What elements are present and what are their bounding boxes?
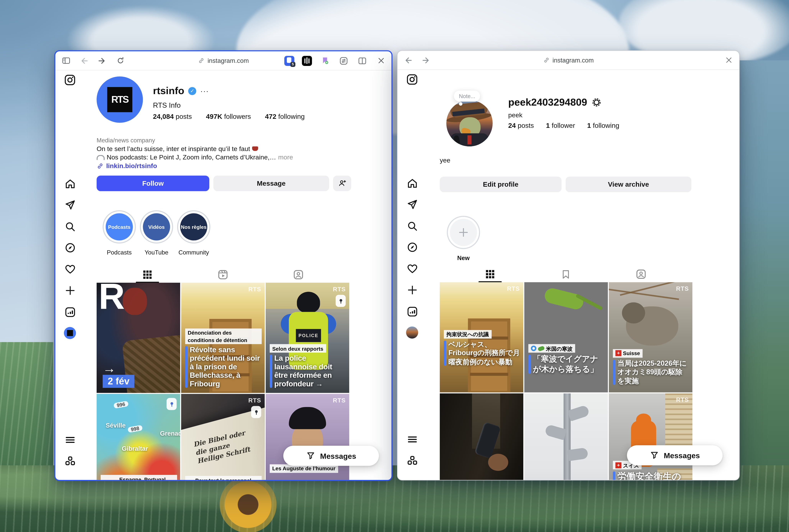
create-plus-icon[interactable] <box>406 283 419 296</box>
tab-tagged[interactable] <box>292 268 305 281</box>
profile-avatar[interactable] <box>63 326 76 340</box>
tune-settings-icon[interactable] <box>338 55 349 66</box>
address-bar[interactable]: instagram.com <box>543 57 594 64</box>
plus-icon <box>457 226 470 239</box>
post-tile[interactable]: Die Bibel oder die ganze Heilige Schrift… <box>181 394 265 481</box>
messenger-icon[interactable] <box>63 198 76 211</box>
bio-line: Nos podcasts: Le Point J, Zoom info, Car… <box>97 153 293 161</box>
post-tag: Espagne, Portugal, Maroc <box>101 475 177 481</box>
messages-pill[interactable]: Messages <box>627 445 723 465</box>
search-icon[interactable] <box>406 220 419 232</box>
post-tile[interactable]: RTS 拘束状況への抗議 ベルシャス、Fribourgの刑務所で月曜夜前例のない… <box>440 282 523 393</box>
display-name: RTS Info <box>153 101 181 109</box>
address-bar[interactable]: instagram.com <box>198 57 249 64</box>
highlight-community[interactable]: Nos règles Community <box>177 210 210 243</box>
stat-followers[interactable]: 1 follower <box>546 122 575 129</box>
extension-icon-blue[interactable]: 5 <box>284 56 295 66</box>
home-icon[interactable] <box>406 176 419 190</box>
meta-also-from-icon[interactable] <box>63 454 76 467</box>
tab-posts-grid[interactable] <box>484 268 497 281</box>
post-tile[interactable]: POLICE RTS Selon deux rapports La police… <box>266 283 349 393</box>
rts-watermark: RTS <box>248 397 261 404</box>
post-headline: La police lausannoise doit être réformée… <box>270 354 346 388</box>
notifications-heart-icon[interactable] <box>406 262 419 275</box>
more-menu-icon[interactable] <box>406 433 419 446</box>
post-tile[interactable]: 米国の寒波 「寒波でイグアナが木から落ちる」 <box>524 282 608 393</box>
post-tile[interactable]: RTS +Suisse 当局は2025-2026年にオオカミ89頭の駆除を実施 <box>609 282 692 393</box>
forward-icon[interactable] <box>421 55 432 66</box>
insights-chart-icon[interactable] <box>406 305 419 318</box>
follow-button[interactable]: Follow <box>97 175 209 191</box>
stat-following[interactable]: 472 following <box>265 113 305 120</box>
messages-pill[interactable]: Messages <box>283 446 379 466</box>
arrow-overlay: → <box>103 361 116 376</box>
add-user-button[interactable] <box>333 175 351 191</box>
post-tile[interactable]: RTS Dénonciation des conditions de déten… <box>181 283 265 393</box>
verified-badge-icon: ✓ <box>188 87 196 95</box>
edit-profile-button[interactable]: Edit profile <box>440 176 562 192</box>
post-headline: 「寒波でイグアナが木から落ちる」 <box>528 354 605 374</box>
instagram-logo-icon[interactable] <box>406 73 419 86</box>
profile-stats: 24,084 posts 497K followers 472 followin… <box>153 113 305 120</box>
rts-logo-letter: R <box>99 283 125 317</box>
profile-avatar[interactable] <box>406 326 419 339</box>
close-icon[interactable] <box>375 55 387 66</box>
username[interactable]: peek2403294809 <box>508 97 587 108</box>
profile-stats: 24 posts 1 follower 1 following <box>508 122 619 129</box>
bio-more-link[interactable]: more <box>278 153 293 161</box>
messages-funnel-icon <box>650 451 659 460</box>
bio-link[interactable]: linkin.bio/rtsinfo <box>97 162 157 169</box>
post-tile[interactable]: RTS +スイス 労働安全衛生の保護は強化され <box>609 394 692 480</box>
bookmark-extension-icon[interactable] <box>320 55 331 66</box>
settings-gear-icon[interactable] <box>591 97 602 108</box>
notifications-heart-icon[interactable] <box>63 263 76 276</box>
close-icon[interactable] <box>723 55 734 66</box>
post-tile[interactable]: RTS Les Auguste de l’humour <box>266 394 349 481</box>
back-icon[interactable] <box>79 55 90 66</box>
tab-posts-grid[interactable] <box>141 268 154 281</box>
message-button[interactable]: Message <box>213 175 329 191</box>
tab-saved[interactable] <box>559 268 572 281</box>
pressure-label: 996 <box>113 401 128 409</box>
reload-icon[interactable] <box>115 55 126 66</box>
username[interactable]: rtsinfo <box>153 85 184 97</box>
extension-icon-black[interactable] <box>302 56 312 66</box>
messenger-icon[interactable] <box>406 198 419 211</box>
highlight-new[interactable]: New <box>447 216 480 249</box>
create-plus-icon[interactable] <box>63 284 76 297</box>
post-tile[interactable]: R → 2 fév <box>97 283 180 393</box>
search-icon[interactable] <box>63 220 76 233</box>
split-view-icon[interactable] <box>357 55 368 66</box>
rts-watermark: RTS <box>248 286 261 293</box>
tab-reels[interactable] <box>217 268 229 281</box>
messages-funnel-icon <box>306 451 316 460</box>
post-tile[interactable] <box>524 394 608 480</box>
meta-also-from-icon[interactable] <box>406 454 419 467</box>
explore-compass-icon[interactable] <box>406 241 419 253</box>
more-menu-icon[interactable] <box>63 433 76 446</box>
profile-photo[interactable]: RTS <box>97 76 143 123</box>
post-tile[interactable]: +過激化対策 <box>440 394 523 480</box>
note-bubble[interactable]: Note... <box>454 91 481 102</box>
stat-followers[interactable]: 497K followers <box>206 113 251 120</box>
sidebar-toggle-icon[interactable] <box>60 55 72 66</box>
highlight-podcasts[interactable]: Podcasts Podcasts <box>103 210 136 243</box>
instagram-logo-icon[interactable] <box>63 73 76 87</box>
insights-chart-icon[interactable] <box>63 305 76 318</box>
swiss-flag-icon: + <box>615 462 621 468</box>
tab-tagged[interactable] <box>635 268 647 281</box>
profile-photo[interactable] <box>446 100 493 147</box>
post-tile[interactable]: 996 Séville 998 Grenade Gibraltar Espagn… <box>97 394 180 481</box>
back-icon[interactable] <box>402 55 414 66</box>
instagram-nav-rail <box>55 70 84 480</box>
highlight-youtube[interactable]: Vidéos YouTube <box>140 210 173 243</box>
explore-compass-icon[interactable] <box>63 241 76 254</box>
home-icon[interactable] <box>63 177 76 190</box>
forward-icon[interactable] <box>97 55 108 66</box>
stat-following[interactable]: 1 following <box>587 122 619 129</box>
person-add-icon <box>338 179 346 188</box>
fondue-pot-icon <box>252 147 258 151</box>
view-archive-button[interactable]: View archive <box>566 176 691 192</box>
headphones-icon <box>97 155 105 160</box>
options-dots-icon[interactable]: ··· <box>200 87 209 95</box>
